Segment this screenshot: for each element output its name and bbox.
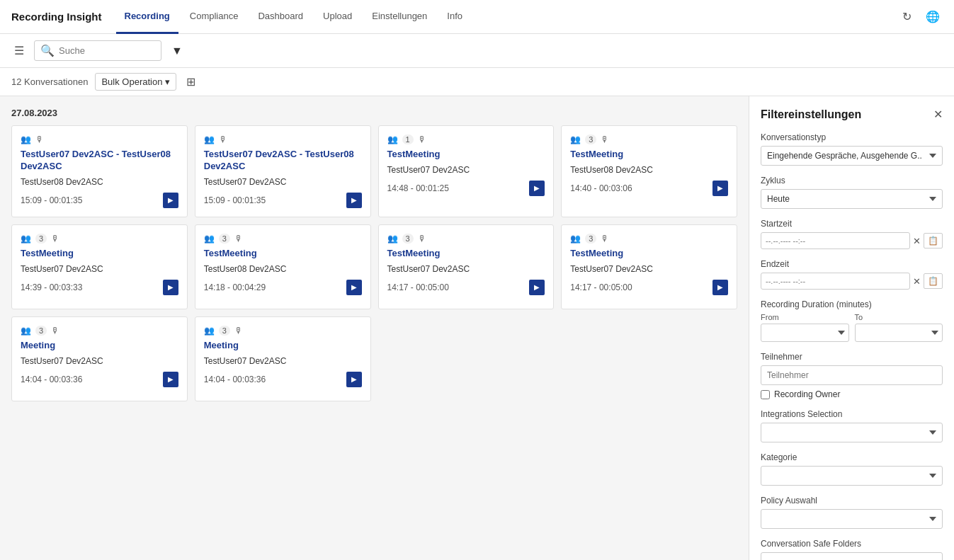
table-row[interactable]: 👥 3 🎙 TestMeeting TestUser07 Dev2ASC 14:… — [11, 224, 188, 309]
duration-from-select[interactable] — [761, 324, 849, 342]
card-title: TestMeeting — [570, 149, 728, 161]
filter-section-endzeit: Endzeit ✕ 📋 — [761, 259, 943, 290]
card-time: 14:40 - 00:03:06 — [570, 183, 632, 193]
card-time-row: 14:17 - 00:05:00 ▶ — [570, 280, 728, 295]
people-icon: 👥 — [204, 135, 215, 144]
nav-einstellungen[interactable]: Einstellungen — [363, 0, 436, 34]
mic-icon: 🎙 — [601, 234, 609, 244]
card-title: TestMeeting — [387, 149, 545, 161]
card-time-row: 14:04 - 00:03:36 ▶ — [204, 372, 362, 387]
close-filter-button[interactable]: ✕ — [933, 108, 943, 121]
recording-owner-checkbox[interactable] — [761, 390, 770, 399]
cycle-select[interactable]: Heute — [761, 189, 943, 209]
play-button[interactable]: ▶ — [346, 280, 362, 295]
card-user: TestUser07 Dev2ASC — [387, 165, 545, 175]
nav-recording[interactable]: Recording — [116, 0, 178, 34]
duration-to-group: To — [855, 313, 943, 342]
card-user: TestUser07 Dev2ASC — [387, 264, 545, 274]
startzeit-calendar-button[interactable]: 📋 — [924, 233, 943, 248]
card-time-row: 14:40 - 00:03:06 ▶ — [570, 181, 728, 196]
nav-upload[interactable]: Upload — [314, 0, 360, 34]
people-icon: 👥 — [570, 135, 581, 144]
card-user: TestUser08 Dev2ASC — [204, 264, 362, 274]
play-button[interactable]: ▶ — [712, 280, 728, 295]
conversation-type-select[interactable]: Eingehende Gespräche, Ausgehende G... — [761, 146, 943, 166]
startzeit-clear-button[interactable]: ✕ — [913, 236, 921, 246]
startzeit-row: ✕ 📋 — [761, 232, 943, 249]
safe-folders-select[interactable] — [761, 552, 943, 560]
kategorie-select[interactable] — [761, 466, 943, 486]
endzeit-clear-button[interactable]: ✕ — [913, 276, 921, 287]
table-row[interactable]: 👥 🎙 TestUser07 Dev2ASC - TestUser08 Dev2… — [195, 125, 371, 217]
nav-dashboard[interactable]: Dashboard — [249, 0, 312, 34]
play-button[interactable]: ▶ — [346, 193, 362, 208]
card-time-row: 15:09 - 00:01:35 ▶ — [204, 193, 362, 208]
card-badge: 1 — [402, 135, 414, 144]
filter-section-integrations: Integrations Selection — [761, 409, 943, 442]
filter-section-kategorie: Kategorie — [761, 452, 943, 486]
duration-label: Recording Duration (minutes) — [761, 299, 943, 309]
policy-select[interactable] — [761, 509, 943, 529]
people-icon: 👥 — [570, 234, 581, 244]
mic-icon: 🎙 — [418, 234, 426, 244]
card-icons-row: 👥 3 🎙 — [387, 234, 545, 244]
sub-toolbar: 12 Konversationen Bulk Operation ▾ ⊞ — [0, 68, 954, 96]
card-time: 14:17 - 00:05:00 — [387, 282, 449, 292]
people-icon: 👥 — [21, 326, 31, 336]
card-badge: 3 — [585, 135, 596, 144]
duration-to-label: To — [855, 313, 943, 321]
table-row[interactable]: 👥 🎙 TestUser07 Dev2ASC - TestUser08 Dev2… — [11, 125, 188, 217]
play-button[interactable]: ▶ — [346, 372, 362, 387]
filter-icon[interactable]: ▼ — [169, 42, 186, 60]
endzeit-calendar-button[interactable]: 📋 — [924, 273, 943, 289]
card-icons-row: 👥 🎙 — [21, 135, 178, 144]
teilnehmer-input[interactable] — [761, 365, 943, 385]
table-row[interactable]: 👥 3 🎙 TestMeeting TestUser07 Dev2ASC 14:… — [378, 224, 555, 309]
nav-info[interactable]: Info — [438, 0, 471, 34]
play-button[interactable]: ▶ — [163, 193, 178, 208]
card-badge: 3 — [35, 234, 47, 244]
card-user: TestUser07 Dev2ASC — [204, 356, 362, 366]
card-title: TestMeeting — [387, 248, 545, 260]
recording-owner-label: Recording Owner — [774, 389, 840, 399]
table-row[interactable]: 👥 3 🎙 Meeting TestUser07 Dev2ASC 14:04 -… — [195, 316, 371, 401]
card-time: 14:39 - 00:03:33 — [21, 282, 82, 292]
date-header: 27.08.2023 — [11, 108, 737, 118]
card-title: TestMeeting — [204, 248, 362, 260]
search-input[interactable] — [59, 45, 151, 56]
card-time: 15:09 - 00:01:35 — [21, 195, 82, 205]
nav-compliance[interactable]: Compliance — [181, 0, 247, 34]
play-button[interactable]: ▶ — [529, 181, 545, 196]
duration-to-select[interactable] — [855, 324, 943, 342]
table-row[interactable]: 👥 3 🎙 TestMeeting TestUser08 Dev2ASC 14:… — [195, 224, 371, 309]
refresh-icon[interactable]: ↻ — [899, 7, 914, 26]
play-button[interactable]: ▶ — [529, 280, 545, 295]
grid-view-icon[interactable]: ⊞ — [183, 72, 198, 91]
hamburger-button[interactable]: ☰ — [11, 41, 27, 60]
duration-from-group: From — [761, 313, 849, 342]
play-button[interactable]: ▶ — [712, 181, 728, 196]
integrations-select[interactable] — [761, 423, 943, 442]
safe-folders-label: Conversation Safe Folders — [761, 539, 943, 549]
duration-row: From To — [761, 313, 943, 342]
table-row[interactable]: 👥 3 🎙 Meeting TestUser07 Dev2ASC 14:04 -… — [11, 316, 188, 401]
table-row[interactable]: 👥 3 🎙 TestMeeting TestUser08 Dev2ASC 14:… — [561, 125, 737, 217]
endzeit-input[interactable] — [761, 273, 910, 290]
card-time: 15:09 - 00:01:35 — [204, 195, 266, 205]
bulk-operation-button[interactable]: Bulk Operation ▾ — [95, 73, 176, 91]
startzeit-input[interactable] — [761, 232, 910, 249]
play-button[interactable]: ▶ — [163, 372, 178, 387]
table-row[interactable]: 👥 3 🎙 TestMeeting TestUser07 Dev2ASC 14:… — [561, 224, 737, 309]
chevron-down-icon: ▾ — [165, 76, 170, 87]
globe-icon[interactable]: 🌐 — [923, 7, 943, 26]
card-icons-row: 👥 1 🎙 — [387, 135, 545, 144]
people-icon: 👥 — [387, 135, 398, 144]
card-icons-row: 👥 3 🎙 — [570, 234, 728, 244]
table-row[interactable]: 👥 1 🎙 TestMeeting TestUser07 Dev2ASC 14:… — [378, 125, 555, 217]
card-badge: 3 — [35, 326, 47, 336]
play-button[interactable]: ▶ — [163, 280, 178, 295]
card-badge: 3 — [219, 234, 230, 244]
filter-section-teilnehmer: Teilnehmer Recording Owner — [761, 352, 943, 399]
filter-section-safe-folders: Conversation Safe Folders — [761, 539, 943, 560]
filter-header: Filtereinstellungen ✕ — [761, 108, 943, 121]
